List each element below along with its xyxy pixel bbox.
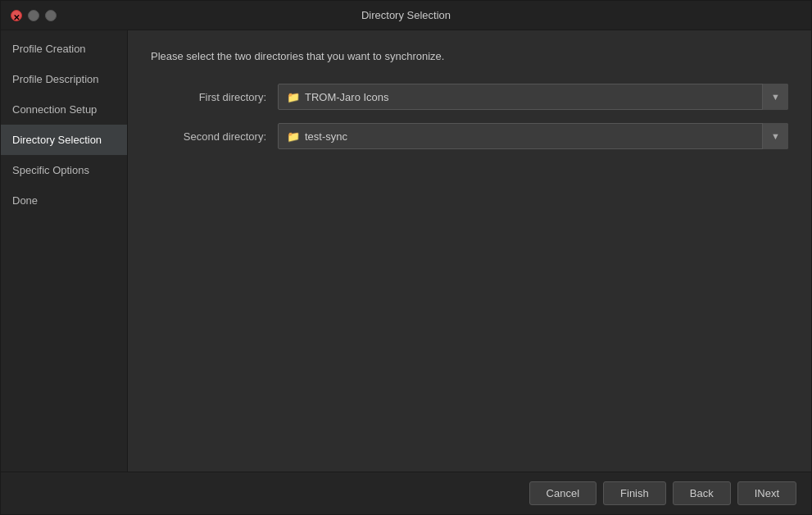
sidebar-item-label: Profile Description (12, 73, 99, 85)
sidebar-item-label: Done (12, 194, 38, 207)
sidebar-item-done[interactable]: Done (1, 185, 127, 216)
sidebar-item-label: Connection Setup (12, 103, 97, 116)
second-directory-group: Second directory: 📁 test-sync ▼ (151, 123, 788, 149)
sidebar-item-label: Directory Selection (12, 134, 102, 146)
close-button[interactable]: ✕ (11, 10, 22, 21)
page-description: Please select the two directories that y… (151, 50, 788, 62)
folder-icon: 📁 (287, 130, 300, 143)
first-directory-dropdown-wrapper: 📁 TROM-Jaro Icons ▼ (278, 84, 788, 110)
content-area: Please select the two directories that y… (128, 30, 811, 472)
back-button[interactable]: Back (673, 481, 731, 505)
second-directory-label: Second directory: (151, 130, 278, 143)
window-controls: ✕ (11, 10, 57, 21)
cancel-button[interactable]: Cancel (529, 481, 597, 505)
sidebar-item-directory-selection[interactable]: Directory Selection (1, 125, 127, 155)
minimize-button[interactable] (28, 10, 39, 21)
main-window: ✕ Directory Selection Profile Creation P… (0, 0, 812, 515)
next-button[interactable]: INext (737, 481, 796, 505)
sidebar-item-profile-creation[interactable]: Profile Creation (1, 34, 127, 64)
first-directory-value: TROM-Jaro Icons (305, 91, 389, 103)
second-directory-dropdown[interactable]: 📁 test-sync (278, 123, 788, 149)
close-icon: ✕ (13, 13, 20, 22)
first-directory-group: First directory: 📁 TROM-Jaro Icons ▼ (151, 84, 788, 110)
main-content: Profile Creation Profile Description Con… (1, 30, 811, 472)
finish-button[interactable]: Finish (603, 481, 666, 505)
second-directory-dropdown-wrapper: 📁 test-sync ▼ (278, 123, 788, 149)
sidebar-item-label: Specific Options (12, 164, 89, 176)
sidebar-item-profile-description[interactable]: Profile Description (1, 64, 127, 94)
folder-icon: 📁 (287, 91, 300, 103)
titlebar: ✕ Directory Selection (1, 1, 811, 30)
sidebar: Profile Creation Profile Description Con… (1, 30, 128, 472)
first-directory-dropdown[interactable]: 📁 TROM-Jaro Icons (278, 84, 788, 110)
first-directory-label: First directory: (151, 91, 278, 103)
sidebar-item-connection-setup[interactable]: Connection Setup (1, 94, 127, 125)
sidebar-item-label: Profile Creation (12, 43, 86, 55)
sidebar-item-specific-options[interactable]: Specific Options (1, 155, 127, 185)
maximize-button[interactable] (45, 10, 57, 21)
footer: Cancel Finish Back INext (1, 472, 811, 514)
second-directory-value: test-sync (305, 130, 347, 143)
window-title: Directory Selection (361, 9, 451, 21)
